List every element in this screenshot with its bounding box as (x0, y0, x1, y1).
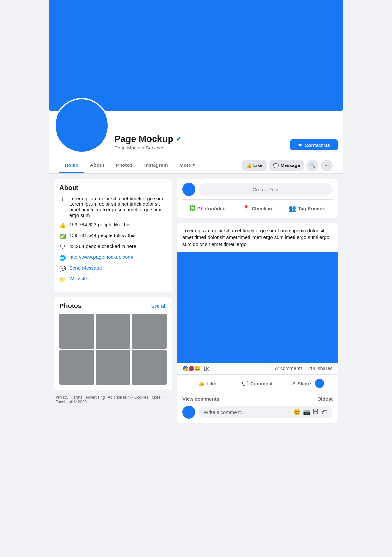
photo-thumb-6[interactable] (132, 350, 167, 385)
advertising-link[interactable]: Advertising (85, 395, 105, 400)
nav-left: Home About Photos Instagram More ▾ (59, 157, 200, 173)
like-post-button[interactable]: 👍 Like (182, 376, 232, 391)
haha-reaction: 😂 (194, 365, 201, 372)
folder-icon: 📁 (59, 276, 66, 283)
about-title: About (59, 184, 167, 192)
likes-count: 159,784,623 people like this (69, 222, 130, 227)
camera-icon[interactable]: 📷 (303, 409, 310, 416)
tab-photos[interactable]: Photos (111, 158, 138, 173)
comment-post-icon: 💬 (242, 380, 248, 386)
tab-home[interactable]: Home (59, 158, 84, 173)
chevron-down-icon: ▾ (192, 162, 195, 168)
globe-icon: 🌐 (59, 254, 66, 261)
checkins-item: 🛡 45,264 people checked in here (59, 243, 167, 250)
comment-post-button[interactable]: 💬 Comment (232, 376, 282, 391)
tag-friends-button[interactable]: 👥 Tag Friends (285, 203, 329, 214)
nav-right: 👍 Like 💬 Message 🔍 ··· (242, 160, 333, 171)
reaction-icons: 👍 ❤ 😂 1K (182, 365, 209, 372)
ellipsis-icon: ··· (324, 163, 329, 168)
comment-icons: 😊 📷 🎞 🏷 (293, 409, 327, 416)
share-post-button[interactable]: ↗ Share (283, 376, 333, 391)
photo-video-button[interactable]: 🖼 Photo/Video (186, 203, 230, 214)
avatar (54, 98, 109, 153)
photos-card: Photos See all (54, 297, 172, 390)
post-actions: 👍 Like 💬 Comment ↗ Share (177, 375, 338, 392)
comments-count: 152 comments (271, 365, 303, 371)
website-link[interactable]: Website (69, 276, 87, 281)
photos-grid (59, 314, 167, 385)
more-footer-link[interactable]: More (152, 395, 160, 400)
oldest-text: Oldest (317, 396, 333, 402)
view-comments-row: View comments Oldest (182, 396, 333, 402)
pencil-icon: ✏ (298, 142, 302, 148)
photo-thumb-5[interactable] (96, 350, 131, 385)
message-nav-button[interactable]: 💬 Message (269, 160, 304, 171)
copyright-text: Facebook © 2020 (56, 400, 171, 404)
shares-count: 200 shares (308, 365, 333, 371)
photo-thumb-4[interactable] (59, 350, 94, 385)
ad-choices-link[interactable]: Ad choices ▷ (108, 395, 131, 400)
create-post-avatar (182, 183, 195, 196)
check-in-label: Check in (252, 206, 272, 211)
contact-us-label: Contact us (304, 142, 330, 148)
sticker-icon[interactable]: 🏷 (321, 409, 327, 416)
photo-thumb-3[interactable] (132, 314, 167, 349)
footer-links: Privacy · Terms · Advertising · Ad choic… (54, 395, 172, 404)
photo-thumb-2[interactable] (96, 314, 131, 349)
comments-section: View comments Oldest Write a comment... … (177, 392, 338, 423)
tab-about[interactable]: About (85, 158, 109, 173)
follows-item: ✅ 159,781,544 people follow this (59, 233, 167, 239)
like-post-icon: 👍 (198, 380, 204, 386)
cookies-link[interactable]: Cookies (134, 395, 148, 400)
emoji-icon[interactable]: 😊 (293, 409, 301, 416)
messenger-icon: 💬 (273, 163, 279, 168)
photo-thumb-1[interactable] (59, 314, 94, 349)
post-stats: 👍 ❤ 😂 1K 152 comments 200 shares (177, 363, 338, 375)
photos-header: Photos See all (59, 302, 167, 310)
check-in-button[interactable]: 📍 Check in (238, 203, 276, 214)
checkins-count: 45,264 people checked in here (69, 243, 136, 249)
location-icon: 📍 (242, 205, 250, 212)
privacy-link[interactable]: Privacy (56, 395, 68, 400)
tag-friends-label: Tag Friends (298, 206, 325, 211)
terms-link[interactable]: Terms (72, 395, 82, 400)
contact-us-button[interactable]: ✏ Contact us (290, 139, 338, 150)
follow-icon: ✅ (59, 233, 66, 239)
checkin-icon: 🛡 (59, 244, 66, 250)
verified-icon: ✔ (176, 135, 182, 143)
search-button[interactable]: 🔍 (306, 160, 318, 171)
send-message-link[interactable]: Send Message (69, 265, 102, 270)
profile-section: Page Mockup ✔ Page Mpckup Services ✏ Con… (49, 111, 343, 174)
like-nav-label: Like (253, 163, 263, 168)
website-item: 📁 Website (59, 276, 167, 283)
info-icon: ℹ (59, 196, 66, 202)
left-sidebar: About ℹ Lorem ipsum dolor sit amet timet… (54, 179, 172, 428)
create-post-actions: 🖼 Photo/Video 📍 Check in 👥 Tag Friends (182, 199, 333, 214)
comments-shares-count: 152 comments 200 shares (271, 365, 333, 372)
like-post-label: Like (206, 381, 216, 386)
footer-nav-links: Privacy · Terms · Advertising · Ad choic… (56, 395, 171, 400)
about-card: About ℹ Lorem ipsum dolor sit amet timet… (54, 179, 172, 292)
website-url-item: 🌐 http://www.pagemockup.com/ (59, 254, 167, 261)
cover-photo (49, 0, 343, 111)
photos-title: Photos (59, 302, 82, 310)
like-nav-button[interactable]: 👍 Like (242, 160, 267, 171)
photo-video-icon: 🖼 (189, 205, 195, 212)
nav-tabs: Home About Photos Instagram More ▾ 👍 Lik… (54, 157, 338, 173)
see-all-photos-link[interactable]: See all (151, 303, 167, 309)
main-content: About ℹ Lorem ipsum dolor sit amet timet… (49, 174, 343, 433)
website-url-link[interactable]: http://www.pagemockup.com/ (69, 254, 133, 260)
profile-name-area: Page Mockup ✔ Page Mpckup Services (114, 134, 290, 153)
tab-more[interactable]: More ▾ (174, 157, 201, 173)
search-icon: 🔍 (309, 162, 316, 168)
thumbs-up-icon: 👍 (246, 163, 252, 168)
avatar-wrapper (54, 98, 109, 153)
share-post-label: Share (297, 381, 311, 386)
share-dropdown-avatar[interactable] (315, 379, 324, 388)
comment-avatar (182, 406, 195, 419)
create-post-input[interactable]: Create Post (199, 183, 333, 196)
comment-input-wrapper[interactable]: Write a comment... 😊 📷 🎞 🏷 (199, 406, 333, 418)
more-options-button[interactable]: ··· (321, 160, 333, 171)
gif-icon[interactable]: 🎞 (313, 409, 319, 416)
tab-instagram[interactable]: Instagram (139, 158, 173, 173)
